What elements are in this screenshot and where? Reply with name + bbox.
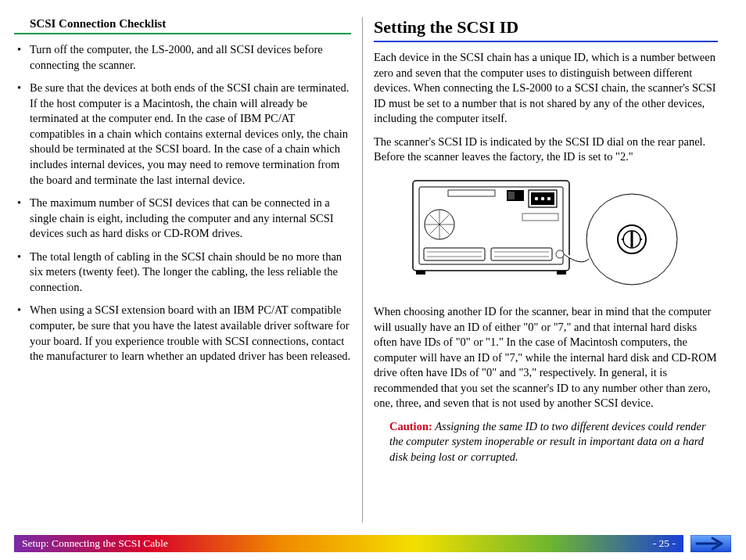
right-column: Setting the SCSI ID Each device in the S… [362, 17, 718, 522]
svg-rect-28 [631, 232, 633, 247]
svg-point-9 [547, 197, 551, 200]
paragraph: The scanner's SCSI ID is indicated by th… [374, 135, 718, 165]
list-item: The maximum number of SCSI devices that … [17, 196, 351, 242]
list-item: The total length of cabling in the SCSI … [17, 249, 351, 296]
svg-point-7 [535, 197, 538, 200]
arrow-right-icon [690, 535, 731, 552]
svg-rect-24 [557, 271, 566, 275]
paragraph: Each device in the SCSI chain has a uniq… [374, 50, 718, 127]
list-item: Be sure that the devices at both ends of… [17, 81, 351, 188]
list-item: When using a SCSI extension board with a… [17, 303, 351, 364]
rear-panel-diagram [374, 173, 718, 293]
page-title: Setting the SCSI ID [374, 17, 718, 42]
footer-bar: Setup: Connecting the SCSI Cable - 25 - [14, 535, 732, 552]
svg-point-22 [556, 250, 564, 258]
next-page-button[interactable] [683, 535, 732, 552]
page-number: - 25 - [653, 537, 676, 550]
checklist-list: Turn off the computer, the LS-2000, and … [14, 42, 351, 364]
caution-text: Assigning the same ID to two different d… [389, 420, 706, 463]
svg-rect-23 [416, 271, 425, 275]
page-body: SCSI Connection Checklist Turn off the c… [0, 0, 746, 530]
svg-rect-4 [508, 192, 515, 199]
left-column: SCSI Connection Checklist Turn off the c… [14, 17, 362, 522]
svg-rect-2 [448, 190, 495, 196]
caution-note: Caution: Assigning the same ID to two di… [374, 419, 718, 465]
paragraph: When choosing another ID for the scanner… [374, 304, 718, 411]
svg-rect-10 [522, 214, 558, 221]
footer-section-label: Setup: Connecting the SCSI Cable [22, 537, 168, 550]
caution-label: Caution: [389, 420, 432, 433]
scanner-rear-panel-icon [405, 173, 687, 290]
footer-gradient: Setup: Connecting the SCSI Cable - 25 - [14, 535, 683, 552]
list-item: Turn off the computer, the LS-2000, and … [17, 42, 351, 73]
svg-point-8 [541, 197, 544, 200]
svg-rect-17 [491, 248, 552, 260]
svg-rect-16 [424, 248, 485, 260]
checklist-heading: SCSI Connection Checklist [14, 17, 351, 34]
